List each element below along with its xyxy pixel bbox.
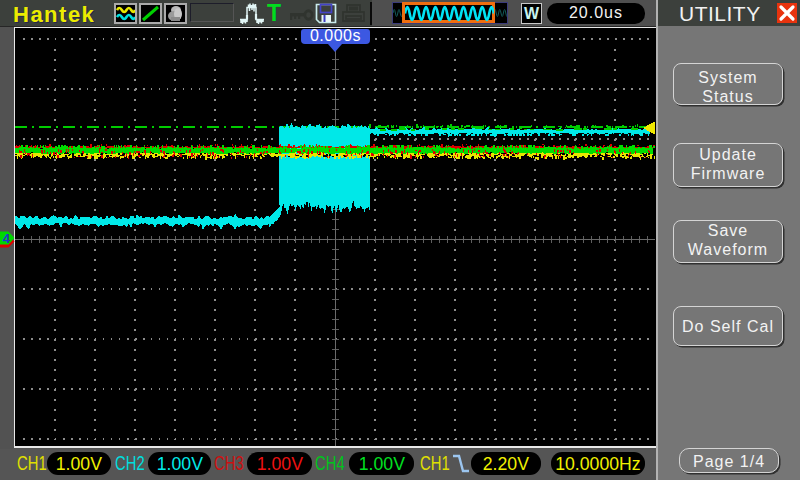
svg-text:4: 4 xyxy=(3,231,11,246)
